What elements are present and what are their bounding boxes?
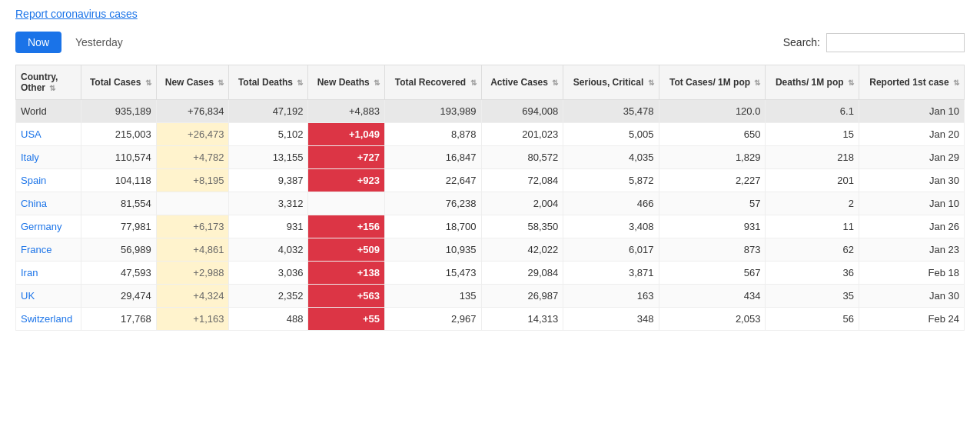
cell-total-deaths: 931 [229, 215, 308, 238]
cell-total-cases: 47,593 [81, 262, 156, 285]
cell-active-cases: 2,004 [481, 192, 563, 215]
column-header-country[interactable]: Country,Other ⇅ [16, 65, 81, 100]
sort-icon: ⇅ [374, 78, 380, 87]
controls-bar: Now Yesterday Search: [15, 32, 965, 53]
cell-tot-cases-per1m: 120.0 [659, 100, 766, 123]
sort-icon: ⇅ [470, 78, 477, 87]
column-header-activeCases[interactable]: Active Cases ⇅ [481, 65, 563, 100]
cell-new-deaths: +138 [308, 262, 385, 285]
column-header-newCases[interactable]: New Cases ⇅ [156, 65, 229, 100]
column-header-serious[interactable]: Serious, Critical ⇅ [563, 65, 659, 100]
cell-new-cases: +6,173 [156, 215, 229, 238]
country-link[interactable]: Iran [21, 267, 38, 278]
sort-icon: ⇅ [648, 78, 654, 87]
cell-country[interactable]: UK [16, 285, 81, 308]
column-header-totalCases[interactable]: Total Cases ⇅ [81, 65, 156, 100]
cell-tot-cases-per1m: 2,053 [659, 308, 766, 331]
sort-icon: ⇅ [297, 78, 303, 87]
cell-serious-critical: 5,005 [563, 123, 659, 146]
yesterday-button[interactable]: Yesterday [69, 32, 129, 53]
cell-serious-critical: 35,478 [563, 100, 659, 123]
cell-total-deaths: 9,387 [229, 169, 308, 192]
sort-icon: ⇅ [49, 84, 55, 92]
cell-country[interactable]: Iran [16, 262, 81, 285]
cell-total-recovered: 15,473 [385, 262, 481, 285]
cell-new-cases [156, 192, 229, 215]
table-row: Switzerland17,768+1,163488+552,96714,313… [16, 308, 965, 331]
country-link[interactable]: UK [21, 290, 35, 302]
cell-new-deaths: +563 [308, 285, 385, 308]
cell-reported-first-case: Jan 30 [859, 285, 964, 308]
cell-new-deaths: +1,049 [308, 123, 385, 146]
cell-active-cases: 80,572 [481, 146, 563, 169]
cell-new-deaths: +727 [308, 146, 385, 169]
country-link[interactable]: China [21, 198, 47, 209]
sort-icon: ⇅ [145, 78, 151, 87]
table-body: World935,189+76,83447,192+4,883193,98969… [16, 100, 965, 331]
cell-deaths-per1m: 36 [766, 262, 859, 285]
column-header-newDeaths[interactable]: New Deaths ⇅ [308, 65, 385, 100]
cell-total-recovered: 18,700 [385, 215, 481, 238]
search-container: Search: [783, 33, 965, 52]
cell-serious-critical: 3,408 [563, 215, 659, 238]
cell-country[interactable]: Germany [16, 215, 81, 238]
cell-total-deaths: 4,032 [229, 238, 308, 262]
cell-reported-first-case: Jan 10 [859, 192, 964, 215]
cell-total-deaths: 2,352 [229, 285, 308, 308]
country-link[interactable]: France [21, 244, 51, 255]
cell-deaths-per1m: 201 [766, 169, 859, 192]
cell-active-cases: 201,023 [481, 123, 563, 146]
cell-total-cases: 77,981 [81, 215, 156, 238]
cell-country[interactable]: France [16, 238, 81, 262]
report-link[interactable]: Report coronavirus cases [15, 8, 138, 20]
cell-tot-cases-per1m: 931 [659, 215, 766, 238]
cell-total-recovered: 16,847 [385, 146, 481, 169]
country-link[interactable]: Switzerland [21, 313, 72, 325]
cell-new-deaths [308, 192, 385, 215]
sort-icon: ⇅ [754, 78, 760, 87]
cell-total-recovered: 8,878 [385, 123, 481, 146]
country-link[interactable]: Germany [21, 221, 61, 232]
cell-total-cases: 110,574 [81, 146, 156, 169]
cell-active-cases: 42,022 [481, 238, 563, 262]
cell-tot-cases-per1m: 2,227 [659, 169, 766, 192]
country-link[interactable]: Spain [21, 175, 46, 186]
cell-total-deaths: 3,036 [229, 262, 308, 285]
cell-total-cases: 81,554 [81, 192, 156, 215]
cell-deaths-per1m: 35 [766, 285, 859, 308]
cell-country[interactable]: China [16, 192, 81, 215]
sort-icon: ⇅ [218, 78, 224, 87]
search-label: Search: [783, 36, 820, 48]
country-link[interactable]: USA [21, 128, 42, 140]
cell-country[interactable]: Italy [16, 146, 81, 169]
sort-icon: ⇅ [848, 78, 854, 87]
cell-new-deaths: +156 [308, 215, 385, 238]
cell-deaths-per1m: 15 [766, 123, 859, 146]
sort-icon: ⇅ [552, 78, 558, 87]
cell-new-deaths: +923 [308, 169, 385, 192]
column-header-reported[interactable]: Reported 1st case ⇅ [859, 65, 964, 100]
country-link[interactable]: Italy [21, 152, 39, 163]
table-row: Italy110,574+4,78213,155+72716,84780,572… [16, 146, 965, 169]
cell-new-cases: +1,163 [156, 308, 229, 331]
cell-tot-cases-per1m: 650 [659, 123, 766, 146]
cell-new-cases: +4,782 [156, 146, 229, 169]
search-input[interactable] [826, 33, 965, 52]
cell-serious-critical: 348 [563, 308, 659, 331]
column-header-deathsPer1M[interactable]: Deaths/ 1M pop ⇅ [766, 65, 859, 100]
cell-country[interactable]: Spain [16, 169, 81, 192]
table-row: Germany77,981+6,173931+15618,70058,3503,… [16, 215, 965, 238]
cell-country[interactable]: Switzerland [16, 308, 81, 331]
column-header-totalDeaths[interactable]: Total Deaths ⇅ [229, 65, 308, 100]
column-header-totCasesPer1M[interactable]: Tot Cases/ 1M pop ⇅ [659, 65, 766, 100]
cell-new-deaths: +4,883 [308, 100, 385, 123]
cell-total-cases: 104,118 [81, 169, 156, 192]
cell-reported-first-case: Feb 18 [859, 262, 964, 285]
cell-country[interactable]: USA [16, 123, 81, 146]
cell-deaths-per1m: 2 [766, 192, 859, 215]
cell-new-cases: +76,834 [156, 100, 229, 123]
cell-serious-critical: 5,872 [563, 169, 659, 192]
now-button[interactable]: Now [15, 32, 61, 53]
column-header-totalRecovered[interactable]: Total Recovered ⇅ [385, 65, 481, 100]
cell-tot-cases-per1m: 1,829 [659, 146, 766, 169]
